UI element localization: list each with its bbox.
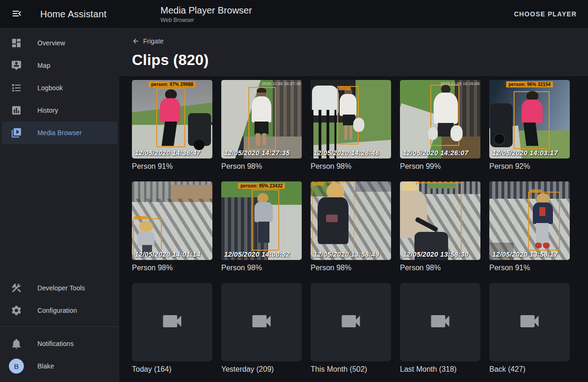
person-top bbox=[434, 93, 458, 124]
sidebar: Overview Map Logbook bbox=[0, 28, 119, 382]
detection-label: person: 96% 32154 bbox=[506, 81, 553, 87]
clip-caption: Person 98% bbox=[400, 264, 480, 272]
clip-card[interactable]: person: 95% 23432 12/05/2020 14:00:52 Pe… bbox=[221, 181, 302, 272]
folder-thumbnail bbox=[132, 283, 212, 361]
hammer-icon bbox=[11, 282, 22, 294]
clip-thumbnail: 12/05/2020 13:58:49 bbox=[311, 181, 391, 260]
gear-icon bbox=[11, 305, 22, 316]
clip-card[interactable]: 12/05/2020 13:58:49 Person 98% bbox=[311, 181, 391, 272]
detection-label: person: 95% 23432 bbox=[238, 183, 285, 189]
page-title: Clips (820) bbox=[132, 51, 588, 69]
clip-caption: Person 99% bbox=[400, 162, 480, 171]
clip-caption: Person 98% bbox=[311, 162, 391, 171]
clip-card[interactable]: 12/05/2020 14:26:46 Person 98% bbox=[311, 80, 391, 171]
folder-card-this-month[interactable]: This Month (502) bbox=[311, 283, 391, 374]
clip-timestamp: 12/05/2020 14:26:46 bbox=[313, 149, 379, 157]
folder-thumbnail bbox=[221, 283, 302, 361]
clip-card[interactable]: person: 97% 29988 12/05/2020 14:36:47 Pe… bbox=[132, 80, 212, 171]
clips-region: person: 97% 29988 12/05/2020 14:36:47 Pe… bbox=[119, 76, 588, 382]
sidebar-item-media-browser[interactable]: Media Browser bbox=[2, 122, 117, 144]
folder-label: Yesterday (209) bbox=[221, 365, 302, 374]
clip-thumbnail: person: 95% 23432 12/05/2020 14:00:52 bbox=[221, 181, 302, 260]
video-icon bbox=[517, 309, 542, 335]
clip-timestamp: 12/05/2020 13:58:30 bbox=[403, 251, 468, 258]
shoe bbox=[543, 243, 550, 248]
detection-label: person: 97% 29988 bbox=[149, 81, 196, 87]
clip-thumbnail: 2020.12.05 15:27:35 12/05/2020 14:27:35 bbox=[221, 80, 302, 159]
person-top bbox=[138, 231, 154, 247]
clip-thumbnail: person: 97% 29988 12/05/2020 14:36:47 bbox=[132, 80, 212, 159]
sidebar-item-configuration[interactable]: Configuration bbox=[2, 299, 117, 322]
sidebar-item-map[interactable]: Map bbox=[2, 54, 117, 77]
video-icon bbox=[428, 309, 452, 335]
clip-timestamp: 12/05/2020 14:36:47 bbox=[135, 149, 200, 157]
sidebar-item-label: Map bbox=[37, 62, 51, 69]
folder-card-back[interactable]: Back (427) bbox=[489, 283, 570, 374]
sidebar-item-user-profile[interactable]: B Blake bbox=[2, 355, 117, 377]
person-top bbox=[522, 100, 543, 124]
clip-timestamp: 12/05/2020 13:58:49 bbox=[313, 251, 379, 258]
sidebar-toggle-button[interactable] bbox=[9, 6, 24, 22]
folder-card-last-month[interactable]: Last Month (318) bbox=[400, 283, 480, 374]
sidebar-spacer bbox=[0, 144, 119, 277]
media-browser-panel: Frigate Clips (820) bbox=[119, 28, 588, 382]
clip-timestamp: 12/05/2020 14:01:14 bbox=[135, 251, 200, 258]
panel-subtitle: Web Browser bbox=[160, 17, 252, 24]
media-grid: person: 97% 29988 12/05/2020 14:36:47 Pe… bbox=[132, 80, 588, 374]
camera-timestamp-overlay: 2020.12.05 15:27:35 bbox=[261, 81, 301, 86]
sidebar-item-notifications[interactable]: Notifications bbox=[2, 332, 117, 355]
clip-card[interactable]: 2020.12.05 15:26:08 12/05/2020 14:26:07 … bbox=[400, 80, 480, 171]
folder-thumbnail bbox=[489, 283, 570, 361]
folder-label: Today (164) bbox=[132, 365, 212, 374]
bell-icon bbox=[11, 338, 22, 349]
person-leg bbox=[262, 133, 267, 145]
camera-timestamp-overlay: 2020.12.05 15:26:08 bbox=[440, 81, 479, 86]
person-top bbox=[400, 191, 427, 238]
folder-card-today[interactable]: Today (164) bbox=[132, 283, 212, 374]
clip-timestamp: 12/05/2020 14:26:07 bbox=[403, 149, 468, 157]
clip-caption: Person 98% bbox=[311, 264, 391, 272]
sidebar-item-overview[interactable]: Overview bbox=[2, 32, 117, 54]
topbar-left: Home Assistant bbox=[0, 6, 119, 22]
page-header-block: Media Player Browser Web Browser bbox=[160, 5, 252, 24]
folder-label: Last Month (318) bbox=[400, 365, 480, 374]
clip-card[interactable]: 12/05/2020 13:58:30 Person 98% bbox=[400, 181, 480, 272]
app-window: Home Assistant Media Player Browser Web … bbox=[0, 0, 588, 382]
trash-bag bbox=[428, 127, 438, 140]
breadcrumb-label: Frigate bbox=[143, 37, 164, 45]
person-legs bbox=[258, 222, 269, 243]
person-leg bbox=[344, 125, 348, 139]
person-hair bbox=[257, 88, 267, 93]
sidebar-item-history[interactable]: History bbox=[2, 99, 117, 122]
clip-card[interactable]: 12/05/2020 13:58:17 Person 91% bbox=[489, 181, 570, 272]
sidebar-item-developer-tools[interactable]: Developer Tools bbox=[2, 277, 117, 299]
person-top bbox=[252, 96, 271, 122]
shoe bbox=[535, 243, 542, 248]
trash-bag bbox=[353, 118, 364, 132]
folder-card-yesterday[interactable]: Yesterday (209) bbox=[221, 283, 302, 374]
list-icon bbox=[11, 82, 22, 94]
clip-card[interactable]: person: 96% 32154 12/05/2020 14:03:17 Pe… bbox=[489, 80, 570, 171]
clip-thumbnail: 2020.12.05 15:26:08 12/05/2020 14:26:07 bbox=[400, 80, 480, 159]
clip-timestamp: 12/05/2020 14:27:35 bbox=[224, 149, 290, 157]
arrow-left-icon bbox=[132, 37, 139, 45]
clip-caption: Person 92% bbox=[489, 162, 570, 171]
folder-label: Back (427) bbox=[489, 365, 570, 374]
folder-thumbnail bbox=[400, 283, 480, 361]
clip-card[interactable]: 2020.12.05 15:27:35 12/05/2020 14:27:35 … bbox=[221, 80, 302, 171]
folder-thumbnail bbox=[311, 283, 391, 361]
clip-timestamp: 12/05/2020 14:03:17 bbox=[492, 149, 558, 157]
clip-caption: Person 98% bbox=[221, 162, 302, 171]
person-top bbox=[160, 98, 180, 123]
detection-label-small bbox=[312, 182, 324, 186]
clip-caption: Person 98% bbox=[132, 264, 212, 272]
video-icon bbox=[339, 309, 363, 335]
choose-player-button[interactable]: CHOOSE PLAYER bbox=[509, 6, 581, 22]
user-name: Blake bbox=[37, 362, 54, 370]
detection-label-small bbox=[339, 87, 351, 90]
sidebar-item-logbook[interactable]: Logbook bbox=[2, 77, 117, 99]
clip-card[interactable]: 12/05/2020 14:01:14 Person 98% bbox=[132, 181, 212, 272]
clip-thumbnail: 12/05/2020 13:58:17 bbox=[489, 181, 570, 260]
person-top bbox=[254, 202, 273, 223]
breadcrumb[interactable]: Frigate bbox=[132, 37, 164, 45]
